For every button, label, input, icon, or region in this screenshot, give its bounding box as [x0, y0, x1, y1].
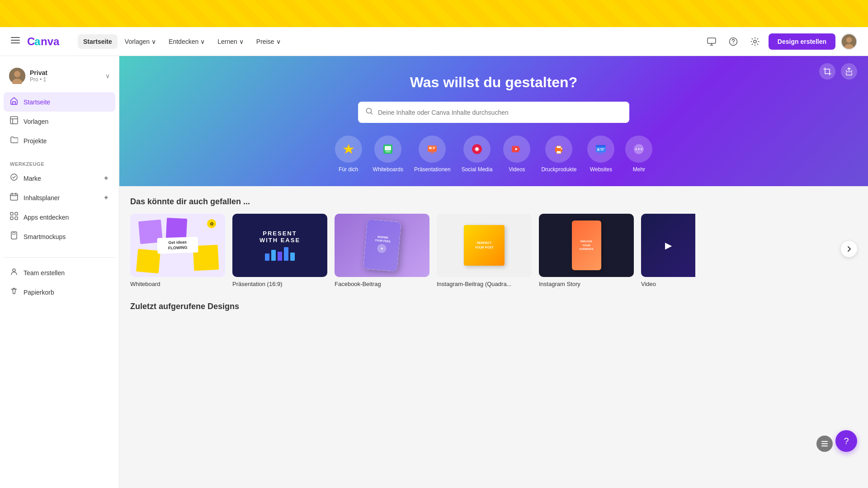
svg-rect-45 [600, 148, 604, 149]
fur-dich-label: Für dich [339, 166, 358, 173]
websites-icon [587, 136, 614, 163]
fur-dich-icon [335, 136, 362, 163]
card-instagram-square[interactable]: PERFECTYOUR POST Instagram-Beitrag (Quad… [437, 214, 532, 287]
logo[interactable]: C a nva [27, 34, 63, 49]
card-whiteboard[interactable]: Get ideasFLOWING ⚙ Whiteboard [130, 214, 225, 287]
list-icon-button[interactable] [816, 436, 833, 452]
create-design-button[interactable]: Design erstellen [769, 33, 835, 50]
sidebar-profile-info: Privat Pro • 1 [30, 69, 101, 83]
category-social-media[interactable]: Social Media [462, 136, 493, 173]
chevron-down-icon: ∨ [239, 38, 244, 45]
sidebar-item-inhaltsplaner[interactable]: Inhaltsplaner ✦ [4, 188, 115, 207]
card-presentation-label: Präsentation (16:9) [232, 281, 327, 287]
whiteboard-preview: Get ideasFLOWING ⚙ [130, 214, 225, 277]
avatar-image [842, 34, 856, 49]
svg-rect-1 [11, 40, 20, 41]
sidebar-item-projekte[interactable]: Projekte [4, 131, 115, 150]
card-whiteboard-thumb: Get ideasFLOWING ⚙ [130, 214, 225, 277]
svg-rect-44 [597, 148, 599, 151]
svg-rect-0 [11, 37, 20, 38]
card-instagram-story-thumb: ENGAGEYOURAUDIENCE [539, 214, 634, 277]
mehr-icon [625, 136, 652, 163]
svg-rect-43 [596, 145, 606, 147]
crop-tool-button[interactable] [819, 63, 835, 80]
nav-entdecken[interactable]: Entdecken ∨ [163, 34, 210, 49]
settings-icon-button[interactable] [747, 33, 763, 50]
svg-rect-19 [10, 212, 13, 215]
sidebar-item-marke[interactable]: Marke ✦ [4, 169, 115, 188]
sidebar-item-papierkorb[interactable]: Papierkorb [4, 282, 115, 302]
help-button[interactable]: ? [835, 430, 857, 452]
svg-point-49 [638, 149, 640, 150]
category-videos[interactable]: Videos [503, 136, 530, 173]
nav-preise[interactable]: Preise ∨ [251, 34, 286, 49]
chevron-down-icon: ∨ [276, 38, 281, 45]
brand-icon [10, 173, 18, 183]
category-whiteboards[interactable]: Whiteboards [373, 136, 403, 173]
card-instagram-square-label: Instagram-Beitrag (Quadra... [437, 281, 532, 287]
category-prasentationen[interactable]: Präsentationen [414, 136, 451, 173]
recent-designs-title: Zuletzt aufgerufene Designs [130, 302, 857, 311]
question-icon-button[interactable] [725, 33, 741, 50]
websites-label: Websites [590, 166, 612, 173]
svg-rect-32 [433, 147, 435, 148]
sidebar-nav: Startseite Vorlagen Projekte [4, 92, 115, 150]
svg-rect-21 [10, 217, 13, 220]
recent-designs-section: Zuletzt aufgerufene Designs [130, 302, 857, 311]
svg-point-9 [754, 40, 756, 43]
presentation-preview: PRESENTWITH EASE [232, 214, 327, 277]
search-icon [365, 107, 373, 117]
svg-rect-20 [15, 212, 18, 215]
avatar[interactable] [841, 33, 857, 50]
nav-startseite[interactable]: Startseite [78, 34, 118, 49]
pin-icon: ✦ [103, 193, 109, 202]
main-nav: Startseite Vorlagen ∨ Entdecken ∨ Lernen… [78, 34, 286, 49]
sidebar-item-smartmockups[interactable]: Smartmockups [4, 227, 115, 246]
svg-marker-36 [519, 147, 520, 151]
sidebar-item-team[interactable]: Team erstellen [4, 263, 115, 282]
pin-icon: ✦ [103, 174, 109, 183]
category-websites[interactable]: Websites [587, 136, 614, 173]
team-icon [10, 267, 18, 278]
category-mehr[interactable]: Mehr [625, 136, 652, 173]
svg-rect-39 [557, 146, 561, 148]
card-whiteboard-label: Whiteboard [130, 281, 225, 287]
svg-rect-22 [15, 217, 18, 220]
card-instagram-story[interactable]: ENGAGEYOURAUDIENCE Instagram Story [539, 214, 634, 287]
whiteboards-icon [374, 136, 401, 163]
card-video[interactable]: ▶ Video [641, 214, 695, 287]
sidebar-profile[interactable]: Privat Pro • 1 ∨ [4, 63, 115, 89]
svg-point-41 [561, 148, 562, 150]
upload-icon-button[interactable] [841, 63, 857, 80]
hero-tools [819, 63, 857, 80]
nav-lernen[interactable]: Lernen ∨ [212, 34, 249, 49]
apps-icon [10, 212, 18, 222]
menu-icon[interactable] [11, 36, 20, 47]
svg-rect-31 [429, 147, 432, 149]
sidebar-profile-avatar [9, 68, 25, 84]
home-icon [10, 97, 18, 107]
hero-section: Was willst du gestalten? [119, 56, 868, 186]
templates-icon [10, 116, 18, 127]
svg-rect-2 [11, 42, 20, 43]
cards-nav-arrow[interactable] [841, 241, 857, 257]
main-content: Was willst du gestalten? [119, 56, 868, 488]
mockup-icon [10, 231, 18, 242]
card-instagram-story-label: Instagram Story [539, 281, 634, 287]
nav-vorlagen[interactable]: Vorlagen ∨ [119, 34, 161, 49]
svg-rect-46 [600, 150, 604, 150]
mehr-label: Mehr [633, 166, 645, 173]
card-facebook[interactable]: INSPIRE YOUR FEED ♥ Facebook-Beitrag [335, 214, 429, 287]
sidebar-item-startseite[interactable]: Startseite [4, 92, 115, 112]
category-fur-dich[interactable]: Für dich [335, 136, 362, 173]
display-icon-button[interactable] [703, 33, 720, 50]
svg-rect-33 [433, 148, 434, 149]
card-presentation[interactable]: PRESENTWITH EASE [232, 214, 327, 287]
category-druckprodukte[interactable]: Druckprodukte [541, 136, 576, 173]
search-input[interactable] [378, 109, 622, 116]
svg-marker-27 [343, 144, 354, 154]
sidebar-section-werkzeuge: Werkzeuge [4, 158, 115, 169]
cards-row: Get ideasFLOWING ⚙ Whiteboard [130, 214, 857, 287]
sidebar-item-apps[interactable]: Apps entdecken [4, 207, 115, 227]
sidebar-item-vorlagen[interactable]: Vorlagen [4, 112, 115, 131]
